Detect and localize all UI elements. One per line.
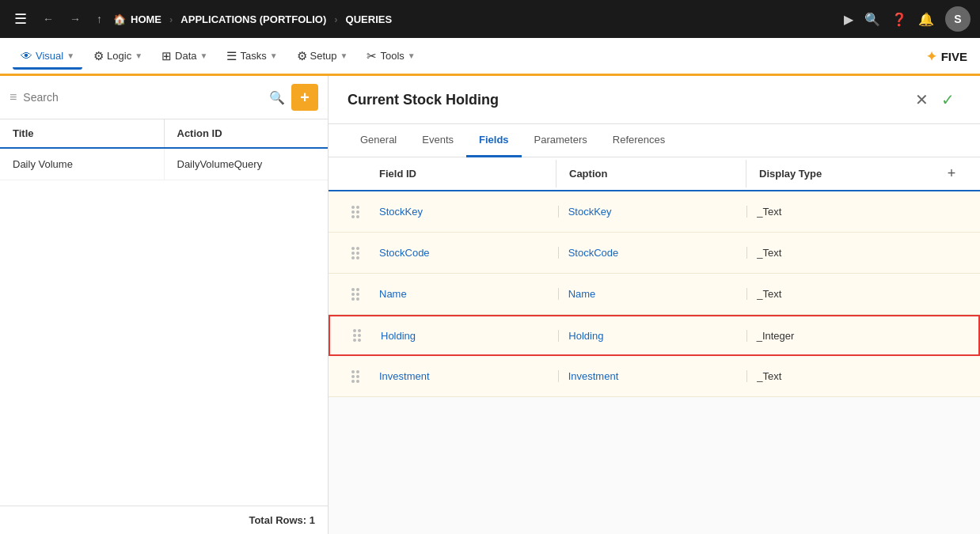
fields-row[interactable]: StockKey StockKey _Text <box>329 191 980 233</box>
setup-chevron-icon: ▼ <box>340 51 348 60</box>
filter-icon: ≡ <box>9 90 17 104</box>
fields-header-caption: Caption <box>556 160 746 187</box>
field-caption-2: Name <box>558 288 747 300</box>
drag-dots-icon <box>351 288 359 301</box>
tools-chevron-icon: ▼ <box>408 51 416 60</box>
field-caption-0: StockKey <box>558 206 747 218</box>
close-button[interactable]: ✕ <box>909 87 935 112</box>
breadcrumb-applications[interactable]: APPLICATIONS (PORTFOLIO) <box>180 13 326 25</box>
home-icon: 🏠 <box>113 13 126 25</box>
add-field-button[interactable]: + <box>948 165 956 182</box>
toolbar-item-tools[interactable]: ✂ Tools ▼ <box>359 44 423 68</box>
field-id-4: Investment <box>370 370 558 382</box>
fields-header-fieldid: Field ID <box>370 160 556 187</box>
logic-chevron-icon: ▼ <box>135 51 142 60</box>
field-id-2: Name <box>370 288 558 300</box>
toolbar-label-setup: Setup <box>310 50 337 62</box>
fields-row-selected[interactable]: Holding Holding _Integer <box>329 315 980 356</box>
fields-row[interactable]: StockCode StockCode _Text <box>329 233 980 274</box>
fields-header-displaytype: Display Type <box>746 160 936 187</box>
drag-handle[interactable] <box>341 206 370 218</box>
search-bar: ≡ 🔍 + <box>0 76 328 119</box>
setup-icon: ⚙ <box>297 49 307 63</box>
tab-general[interactable]: General <box>348 124 409 157</box>
drag-dots-icon <box>353 329 361 342</box>
toolbar-label-logic: Logic <box>107 50 131 62</box>
drag-dots-icon <box>351 247 359 259</box>
top-nav: ☰ ← → ↑ 🏠 HOME › APPLICATIONS (PORTFOLIO… <box>0 0 980 38</box>
sidebar-footer: Total Rows: 1 <box>0 506 328 534</box>
field-displaytype-2: _Text <box>746 288 936 300</box>
visual-chevron-icon: ▼ <box>66 51 74 60</box>
tasks-icon: ☰ <box>226 49 237 63</box>
help-icon[interactable]: ❓ <box>891 12 907 27</box>
toolbar: 👁 Visual ▼ ⚙ Logic ▼ ⊞ Data ▼ ☰ Tasks ▼ … <box>0 38 980 76</box>
fields-row[interactable]: Investment Investment _Text <box>329 356 980 397</box>
toolbar-item-visual[interactable]: 👁 Visual ▼ <box>13 44 82 70</box>
hamburger-icon[interactable]: ☰ <box>9 7 32 31</box>
field-caption-4: Investment <box>558 370 747 382</box>
breadcrumb-sep1: › <box>169 13 173 25</box>
field-id-1: StockCode <box>370 247 558 259</box>
field-displaytype-0: _Text <box>746 206 936 218</box>
tab-events[interactable]: Events <box>409 124 466 157</box>
tab-parameters[interactable]: Parameters <box>522 124 600 157</box>
bell-icon[interactable]: 🔔 <box>918 12 934 27</box>
tab-fields[interactable]: Fields <box>466 124 522 157</box>
back-button[interactable]: ← <box>38 9 59 28</box>
tab-references[interactable]: References <box>600 124 678 157</box>
drag-handle[interactable] <box>341 288 370 301</box>
panel-title: Current Stock Holding <box>348 92 909 108</box>
fields-header-add: + <box>936 157 967 190</box>
forward-button[interactable]: → <box>65 9 85 28</box>
up-button[interactable]: ↑ <box>92 9 107 28</box>
drag-handle[interactable] <box>341 247 370 259</box>
main-layout: ≡ 🔍 + Title Action ID Daily Volume Daily… <box>0 76 980 534</box>
search-icon[interactable]: 🔍 <box>864 12 880 27</box>
breadcrumb-queries[interactable]: QUERIES <box>346 13 393 25</box>
total-rows-label: Total Rows: 1 <box>249 514 315 526</box>
toolbar-item-logic[interactable]: ⚙ Logic ▼ <box>85 44 150 68</box>
row-actionid: DailyVolumeQuery <box>165 149 329 180</box>
logic-icon: ⚙ <box>93 49 104 63</box>
data-chevron-icon: ▼ <box>200 51 208 60</box>
tools-icon: ✂ <box>367 49 377 63</box>
drag-handle[interactable] <box>341 370 370 383</box>
sidebar-table-header: Title Action ID <box>0 119 328 149</box>
toolbar-label-visual: Visual <box>36 50 63 62</box>
breadcrumb-home[interactable]: HOME <box>131 13 161 25</box>
sidebar-header-title: Title <box>0 119 165 147</box>
tasks-chevron-icon: ▼ <box>270 51 278 60</box>
five-logo: ✦ FIVE <box>926 47 967 65</box>
breadcrumb-sep2: › <box>334 13 337 25</box>
breadcrumb: 🏠 HOME › APPLICATIONS (PORTFOLIO) › QUER… <box>113 13 392 25</box>
fields-row[interactable]: Name Name _Text <box>329 274 980 315</box>
field-displaytype-3: _Integer <box>746 330 934 342</box>
sidebar: ≡ 🔍 + Title Action ID Daily Volume Daily… <box>0 76 329 534</box>
confirm-button[interactable]: ✓ <box>935 87 961 112</box>
drag-dots-icon <box>351 370 359 383</box>
play-icon[interactable]: ▶ <box>844 12 853 27</box>
toolbar-label-tasks: Tasks <box>240 50 266 62</box>
table-row[interactable]: Daily Volume DailyVolumeQuery <box>0 149 328 180</box>
toolbar-item-setup[interactable]: ⚙ Setup ▼ <box>289 44 356 68</box>
toolbar-item-data[interactable]: ⊞ Data ▼ <box>154 44 215 68</box>
drag-dots-icon <box>351 206 359 218</box>
sidebar-table-body: Daily Volume DailyVolumeQuery <box>0 149 328 506</box>
add-button[interactable]: + <box>291 84 318 111</box>
fields-table-header: Field ID Caption Display Type + <box>329 157 980 191</box>
field-caption-1: StockCode <box>558 247 747 259</box>
avatar[interactable]: S <box>945 6 971 32</box>
nav-right: ▶ 🔍 ❓ 🔔 S <box>844 6 971 32</box>
field-displaytype-4: _Text <box>746 370 936 382</box>
data-icon: ⊞ <box>161 49 172 63</box>
toolbar-item-tasks[interactable]: ☰ Tasks ▼ <box>218 44 285 68</box>
field-id-0: StockKey <box>370 206 558 218</box>
search-input[interactable] <box>23 91 263 104</box>
fields-header-drag <box>341 166 370 182</box>
search-button[interactable]: 🔍 <box>269 90 285 105</box>
field-caption-3: Holding <box>558 330 746 342</box>
drag-handle[interactable] <box>343 329 371 342</box>
toolbar-label-data: Data <box>175 50 196 62</box>
panel-header: Current Stock Holding ✕ ✓ <box>329 76 980 124</box>
